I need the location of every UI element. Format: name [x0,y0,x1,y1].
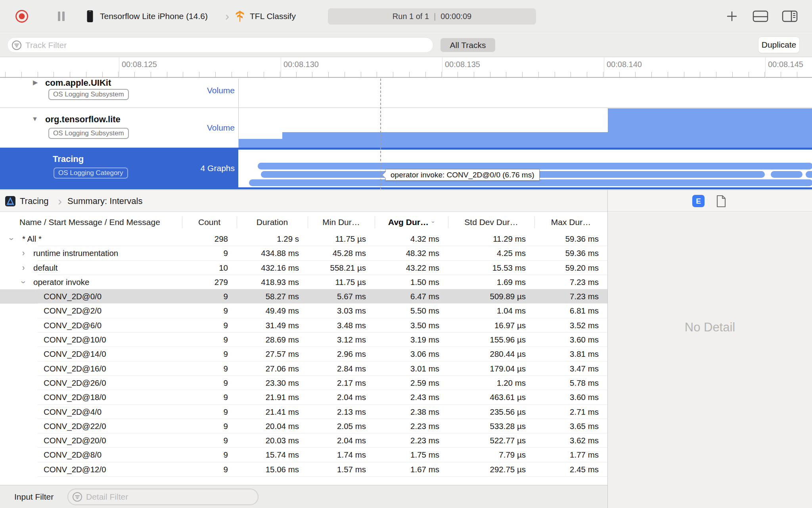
column-header[interactable]: Max Dur… [534,212,607,232]
row-duration-cell: 31.49 ms [237,318,308,333]
track-com-apple-uikit[interactable]: ▶ com.apple.UIKit OS Logging Subsystem V… [0,79,812,108]
track-meta-volume[interactable]: Volume [207,123,235,133]
add-instrument-button[interactable] [726,0,737,33]
row-min-cell: 2.96 ms [308,347,375,361]
track-tracing-selected[interactable]: Tracing OS Logging Category 4 Graphs [0,148,812,189]
table-row[interactable]: ›runtime instrumentation9434.88 ms45.28 … [0,246,607,260]
document-view-button[interactable] [716,190,726,212]
volume-graph-segment[interactable] [282,132,608,148]
row-duration-cell: 23.30 ms [237,376,308,390]
row-avg-cell: 3.01 ms [375,362,448,376]
row-disclosure-expanded-icon[interactable]: › [3,238,20,240]
row-name: * All * [22,234,42,243]
minor-tick [5,72,6,77]
table-row[interactable]: ›default10432.16 ms558.21 µs43.22 ms15.5… [0,261,607,275]
table-row[interactable]: CONV_2D@14/0927.57 ms2.96 ms3.06 ms280.4… [0,347,607,361]
record-button[interactable] [15,0,29,33]
column-header[interactable]: Avg Dur…› [375,212,448,232]
row-avg-cell: 2.59 ms [375,376,448,390]
column-header[interactable]: Name / Start Message / End Message [0,212,182,232]
column-header[interactable]: Duration [237,212,308,232]
row-disclosure-collapsed-icon[interactable]: › [22,261,25,275]
toggle-bottom-pane-button[interactable] [753,0,768,33]
row-name: CONV_2D@20/0 [44,436,106,445]
table-row[interactable]: CONV_2D@16/0927.06 ms2.84 ms3.01 ms179.0… [0,362,607,376]
detail-filter-input[interactable]: Detail Filter [67,489,259,505]
minor-tick [361,72,361,77]
row-min-cell: 2.05 ms [308,419,375,433]
row-name: CONV_2D@26/0 [44,378,106,387]
minor-tick [215,72,216,77]
table-row[interactable]: CONV_2D@4/0921.41 ms2.13 ms2.38 ms235.56… [0,405,607,419]
table-row[interactable]: CONV_2D@2/0949.49 ms3.03 ms5.50 ms1.04 m… [0,304,607,318]
row-max-cell: 3.60 ms [534,333,607,347]
row-name-cell: CONV_2D@0/0 [0,289,182,304]
minor-tick [345,72,345,77]
minor-tick [151,72,151,77]
minor-tick [668,72,668,77]
minor-tick [102,72,103,77]
row-duration-cell: 27.06 ms [237,362,308,376]
expert-view-toggle[interactable]: E [692,195,705,207]
row-disclosure-collapsed-icon[interactable]: › [22,246,25,260]
volume-graph-segment[interactable] [239,139,282,148]
table-row[interactable]: CONV_2D@6/0931.49 ms3.48 ms3.50 ms16.97 … [0,318,607,333]
row-std-cell: 522.77 µs [448,433,534,448]
table-row[interactable]: CONV_2D@12/0915.06 ms1.57 ms1.67 ms292.7… [0,462,607,477]
minor-tick [312,72,312,77]
table-row[interactable]: CONV_2D@10/0928.69 ms3.12 ms3.19 ms155.9… [0,333,607,347]
breadcrumb-page[interactable]: Summary: Intervals [67,190,143,212]
column-header[interactable]: Count [182,212,237,232]
duplicate-button[interactable]: Duplicate [758,37,799,53]
row-count-cell: 9 [182,462,237,477]
table-row[interactable]: CONV_2D@20/0920.03 ms2.04 ms2.23 ms522.7… [0,433,607,448]
row-name: CONV_2D@16/0 [44,364,106,373]
minor-tick [522,72,523,77]
row-name-cell: ›default [0,261,182,275]
row-min-cell: 558.21 µs [308,261,375,275]
tracing-graph-area[interactable] [238,150,812,187]
minor-tick [716,72,716,77]
track-meta-volume[interactable]: Volume [207,86,235,95]
interval-bar[interactable] [258,163,812,169]
pause-icon [57,11,66,22]
minor-tick [409,72,410,77]
track-filter-input[interactable]: Track Filter [7,37,433,53]
target-app[interactable]: TFL Classify [250,0,296,33]
all-tracks-button[interactable]: All Tracks [440,38,495,52]
row-std-cell: 235.56 µs [448,405,534,419]
row-min-cell: 2.13 ms [308,405,375,419]
device-breadcrumb[interactable]: Tensorflow Lite iPhone (14.6) [100,0,208,33]
table-row[interactable]: CONV_2D@0/0958.27 ms5.67 ms6.47 ms509.89… [0,289,607,304]
volume-graph-segment[interactable] [608,108,812,148]
toggle-inspector-button[interactable] [782,0,798,33]
row-std-cell: 155.96 µs [448,333,534,347]
row-max-cell: 3.60 ms [534,390,607,404]
row-name: CONV_2D@14/0 [44,349,106,358]
instrument-icon [5,190,16,212]
row-duration-cell: 15.06 ms [237,462,308,477]
column-header[interactable]: Std Dev Dur… [448,212,534,232]
interval-bar[interactable] [806,171,812,178]
panel-divider[interactable] [607,190,608,508]
timeline-ruler[interactable]: 00:08.125 00:08.130 00:08.135 00:08.140 … [0,58,812,78]
table-row[interactable]: CONV_2D@8/0915.74 ms1.74 ms1.75 ms7.79 µ… [0,448,607,462]
row-disclosure-expanded-icon[interactable]: › [15,281,32,283]
breadcrumb-root[interactable]: Tracing [20,190,49,212]
table-row[interactable]: CONV_2D@18/0921.91 ms2.04 ms2.43 ms463.6… [0,390,607,404]
major-gridline [604,58,604,78]
column-header[interactable]: Min Dur… [308,212,375,232]
disclosure-expanded-icon[interactable]: ▼ [32,115,38,123]
pause-button[interactable] [57,0,66,33]
row-duration-cell: 28.69 ms [237,333,308,347]
interval-bar[interactable] [771,171,802,178]
ruler-label: 00:08.140 [607,60,642,69]
disclosure-collapsed-icon[interactable]: ▶ [33,79,38,86]
table-row[interactable]: ›operator invoke279418.93 ms11.75 µs1.50… [0,275,607,289]
track-badge: OS Logging Category [54,167,128,179]
table-row[interactable]: CONV_2D@22/0920.04 ms2.05 ms2.23 ms533.2… [0,419,607,433]
sort-descending-icon: › [430,221,437,223]
table-row[interactable]: CONV_2D@26/0923.30 ms2.17 ms2.59 ms1.20 … [0,376,607,390]
table-row[interactable]: ›* All *2981.29 s11.75 µs4.32 ms11.29 ms… [0,232,607,246]
track-org-tensorflow-lite[interactable]: ▼ org.tensorflow.lite OS Logging Subsyst… [0,108,812,148]
